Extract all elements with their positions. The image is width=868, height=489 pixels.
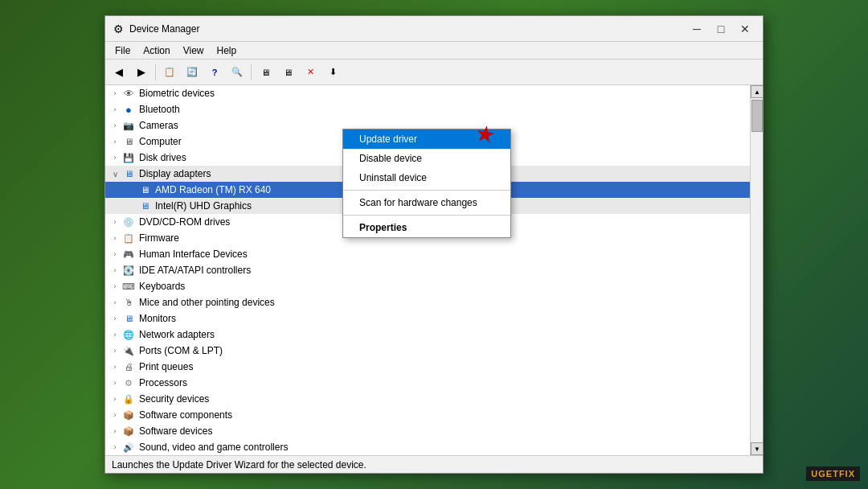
tree-item-processors[interactable]: › ⚙ Processors <box>105 375 750 391</box>
expand-dvd[interactable]: › <box>108 216 121 228</box>
icon-monitors: 🖥 <box>121 311 136 326</box>
toolbar-back-button[interactable]: ◀ <box>108 63 129 82</box>
tree-item-bluetooth[interactable]: › ● Bluetooth <box>105 101 750 117</box>
expand-ports[interactable]: › <box>108 344 121 357</box>
icon-ide: 💽 <box>121 263 136 277</box>
tree-item-mice[interactable]: › 🖱 Mice and other pointing devices <box>105 294 750 310</box>
toolbar-remove-button[interactable]: ✕ <box>300 63 321 82</box>
expand-monitors[interactable]: › <box>108 312 121 325</box>
toolbar-scan-button[interactable]: 🔍 <box>227 63 248 82</box>
toolbar-separator-2 <box>251 64 252 80</box>
icon-hid: 🎮 <box>121 247 136 261</box>
label-keyboards: Keyboards <box>139 281 185 292</box>
toolbar-forward-button[interactable]: ▶ <box>131 63 152 82</box>
label-cameras: Cameras <box>139 120 178 131</box>
icon-software-devices: 📦 <box>121 424 136 438</box>
watermark: UGETFIX <box>806 466 860 481</box>
toolbar-properties-button[interactable]: 📋 <box>159 63 180 82</box>
label-ide: IDE ATA/ATAPI controllers <box>139 265 251 276</box>
ctx-separator-2 <box>343 215 510 216</box>
tree-item-print[interactable]: › 🖨 Print queues <box>105 359 750 375</box>
label-disk-drives: Disk drives <box>139 152 186 163</box>
window-icon: ⚙ <box>112 23 125 35</box>
tree-item-hid[interactable]: › 🎮 Human Interface Devices <box>105 246 750 262</box>
icon-processors: ⚙ <box>121 376 136 390</box>
scrollbar[interactable]: ▲ ▼ <box>750 85 763 455</box>
expand-sound[interactable]: › <box>108 441 121 454</box>
label-hid: Human Interface Devices <box>139 249 248 260</box>
ctx-disable-device[interactable]: Disable device <box>343 149 510 168</box>
expand-amd-radeon <box>125 183 137 196</box>
device-manager-window: ⚙ Device Manager ─ □ ✕ File Action View … <box>104 15 764 474</box>
expand-software-components[interactable]: › <box>108 409 121 421</box>
scroll-track[interactable] <box>751 98 763 442</box>
icon-bluetooth: ● <box>121 102 136 117</box>
label-software-devices: Software devices <box>139 425 212 437</box>
expand-firmware[interactable]: › <box>108 232 121 244</box>
icon-amd-radeon: 🖥 <box>137 183 152 197</box>
icon-cameras: 📷 <box>121 118 136 133</box>
expand-network[interactable]: › <box>108 328 121 341</box>
icon-intel-uhd: 🖥 <box>137 199 152 213</box>
expand-disk-drives[interactable]: › <box>108 151 121 164</box>
menu-action[interactable]: Action <box>137 43 176 58</box>
expand-ide[interactable]: › <box>108 264 121 277</box>
tree-item-ports[interactable]: › 🔌 Ports (COM & LPT) <box>105 343 750 359</box>
expand-computer[interactable]: › <box>108 135 121 148</box>
watermark-highlight: GET <box>818 469 839 479</box>
tree-item-keyboards[interactable]: › ⌨ Keyboards <box>105 278 750 294</box>
ctx-properties[interactable]: Properties <box>343 218 510 237</box>
window-title: Device Manager <box>129 23 686 35</box>
close-button[interactable]: ✕ <box>734 21 756 37</box>
maximize-button[interactable]: □ <box>710 21 732 37</box>
label-amd-radeon: AMD Radeon (TM) RX 640 <box>155 184 271 195</box>
tree-item-biometric[interactable]: › 👁 Biometric devices <box>105 85 750 101</box>
expand-bluetooth[interactable]: › <box>108 103 121 116</box>
tree-item-monitors[interactable]: › 🖥 Monitors <box>105 310 750 327</box>
toolbar-display-button[interactable]: 🖥 <box>255 63 276 82</box>
icon-mice: 🖱 <box>121 295 136 310</box>
tree-item-security[interactable]: › 🔒 Security devices <box>105 391 750 407</box>
icon-sound: 🔊 <box>121 440 136 454</box>
expand-print[interactable]: › <box>108 360 121 373</box>
tree-item-ide[interactable]: › 💽 IDE ATA/ATAPI controllers <box>105 262 750 278</box>
toolbar: ◀ ▶ 📋 🔄 ? 🔍 🖥 🖥 ✕ ⬇ <box>105 60 763 85</box>
toolbar-download-button[interactable]: ⬇ <box>322 63 343 82</box>
icon-computer: 🖥 <box>121 134 136 149</box>
menu-file[interactable]: File <box>108 43 137 58</box>
label-sound: Sound, video and game controllers <box>139 442 288 453</box>
expand-display-adapters[interactable]: ∨ <box>108 167 121 180</box>
expand-processors[interactable]: › <box>108 376 121 389</box>
icon-software-components: 📦 <box>121 408 136 422</box>
expand-cameras[interactable]: › <box>108 119 121 132</box>
label-mice: Mice and other pointing devices <box>139 297 275 308</box>
expand-hid[interactable]: › <box>108 248 121 261</box>
expand-keyboards[interactable]: › <box>108 280 121 293</box>
tree-item-software-components[interactable]: › 📦 Software components <box>105 407 750 423</box>
watermark-suffix: FIX <box>839 469 855 479</box>
tree-item-network[interactable]: › 🌐 Network adapters <box>105 327 750 343</box>
icon-network: 🌐 <box>121 327 136 342</box>
ctx-uninstall-device[interactable]: Uninstall device <box>343 168 510 187</box>
tree-item-sound[interactable]: › 🔊 Sound, video and game controllers <box>105 439 750 455</box>
statusbar-text: Launches the Update Driver Wizard for th… <box>112 459 366 471</box>
minimize-button[interactable]: ─ <box>686 21 708 37</box>
toolbar-add-button[interactable]: 🖥 <box>277 63 298 82</box>
expand-biometric[interactable]: › <box>108 87 121 100</box>
toolbar-update-driver-button[interactable]: 🔄 <box>182 63 203 82</box>
menu-view[interactable]: View <box>177 43 211 58</box>
tree-item-software-devices[interactable]: › 📦 Software devices <box>105 423 750 439</box>
scroll-down-button[interactable]: ▼ <box>751 442 763 455</box>
menubar: File Action View Help <box>105 42 763 60</box>
label-software-components: Software components <box>139 409 232 421</box>
menu-help[interactable]: Help <box>211 43 244 58</box>
expand-software-devices[interactable]: › <box>108 425 121 438</box>
scroll-thumb[interactable] <box>751 100 763 132</box>
expand-security[interactable]: › <box>108 392 121 405</box>
label-firmware: Firmware <box>139 232 179 244</box>
expand-mice[interactable]: › <box>108 296 121 309</box>
ctx-scan-hardware[interactable]: Scan for hardware changes <box>343 193 510 212</box>
scroll-up-button[interactable]: ▲ <box>751 85 763 98</box>
toolbar-help-button[interactable]: ? <box>204 63 225 82</box>
icon-dvd: 💿 <box>121 215 136 229</box>
